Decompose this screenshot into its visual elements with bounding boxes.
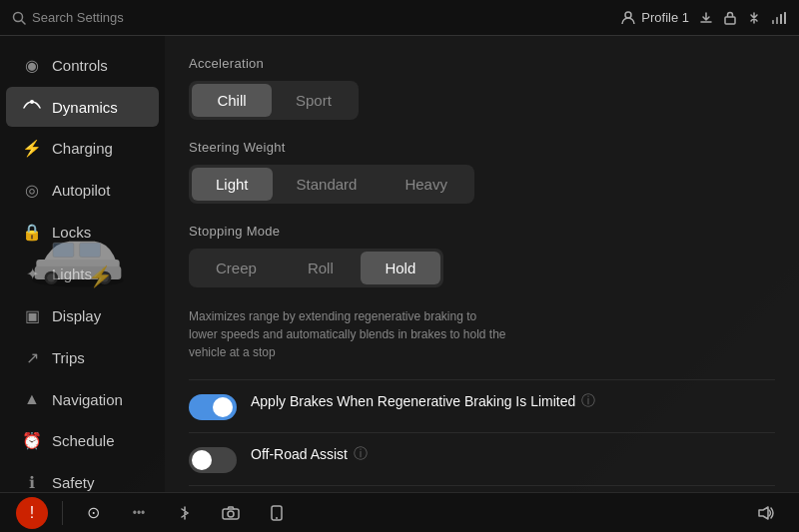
stopping-roll-btn[interactable]: Roll [281,252,361,284]
search-area[interactable]: Search Settings [12,10,124,25]
profile-label: Profile 1 [641,10,689,25]
steering-section: Steering Weight Light Standard Heavy [189,140,775,204]
main-container: Search Settings Profile 1 [0,0,799,532]
stopping-section: Stopping Mode Creep Roll Hold Maximizes … [189,224,775,361]
svg-point-19 [228,511,234,517]
apply-brakes-toggle[interactable] [189,394,237,420]
toggle-apply-brakes: Apply Brakes When Regenerative Braking I… [189,379,775,432]
stopping-creep-btn[interactable]: Creep [192,252,281,284]
taskbar-phone-icon[interactable] [261,497,293,529]
stopping-title: Stopping Mode [189,224,775,239]
taskbar-camera-icon[interactable] [215,497,247,529]
off-road-toggle[interactable] [189,447,237,473]
off-road-label-area: Off-Road Assist ⓘ [251,445,775,463]
taskbar-divider [62,501,63,525]
toggle-off-road: Off-Road Assist ⓘ [189,432,775,485]
svg-line-1 [22,20,26,24]
stopping-hold-btn[interactable]: Hold [361,252,440,284]
profile-icon [620,10,636,26]
svg-point-12 [47,273,55,281]
apply-brakes-info-icon[interactable]: ⓘ [581,392,595,410]
bluetooth-icon [747,11,761,25]
apply-brakes-title: Apply Brakes When Regenerative Braking I… [251,392,775,410]
charging-lightning: ⚡ [88,265,113,288]
download-icon [699,11,713,25]
volume-icon[interactable] [751,497,783,529]
settings-panel: Acceleration Chill Sport Steering Weight… [165,36,799,492]
content-row: ⚡ ◉ Controls Dynamics ⚡ Charging [0,36,799,492]
steering-title: Steering Weight [189,140,775,155]
steering-heavy-btn[interactable]: Heavy [381,168,471,201]
svg-rect-7 [784,12,786,24]
off-road-info-icon[interactable]: ⓘ [354,445,368,463]
apply-brakes-label-area: Apply Brakes When Regenerative Braking I… [251,392,775,410]
taskbar-right [751,497,783,529]
profile-section[interactable]: Profile 1 [620,10,689,26]
acceleration-chill-btn[interactable]: Chill [192,84,272,117]
acceleration-btn-group: Chill Sport [189,81,359,120]
stopping-btn-group: Creep Roll Hold [189,249,443,287]
toggle-slip-start: Slip Start Use to help free vehicle stuc… [189,485,775,492]
svg-rect-6 [780,14,782,24]
taskbar-icon-1[interactable]: ⊙ [77,497,109,529]
steering-standard-btn[interactable]: Standard [273,168,382,201]
acceleration-title: Acceleration [189,56,775,71]
svg-rect-3 [725,17,735,24]
lock-icon [723,11,737,25]
emergency-icon[interactable]: ! [16,497,48,529]
signal-icon [771,11,787,25]
svg-rect-5 [776,17,778,24]
acceleration-sport-btn[interactable]: Sport [272,84,356,117]
toggles-container: Apply Brakes When Regenerative Braking I… [189,379,775,492]
taskbar-left: ! ⊙ ••• [16,497,293,529]
stopping-mode-desc: Maximizes range by extending regenerativ… [189,307,508,361]
svg-rect-4 [772,20,774,24]
svg-rect-15 [53,244,74,258]
search-icon [12,11,26,25]
search-placeholder: Search Settings [32,10,124,25]
taskbar-bluetooth-icon[interactable] [169,497,201,529]
car-area: ⚡ [0,36,155,492]
svg-point-2 [625,12,631,18]
off-road-title: Off-Road Assist ⓘ [251,445,775,463]
taskbar-icon-dots[interactable]: ••• [123,497,155,529]
acceleration-section: Acceleration Chill Sport [189,56,775,120]
steering-light-btn[interactable]: Light [192,168,273,201]
taskbar: ! ⊙ ••• [0,492,799,532]
svg-rect-16 [79,244,100,258]
steering-btn-group: Light Standard Heavy [189,165,474,204]
profile-area: Profile 1 [620,10,787,26]
svg-point-21 [276,517,278,519]
top-bar: Search Settings Profile 1 [0,0,799,36]
